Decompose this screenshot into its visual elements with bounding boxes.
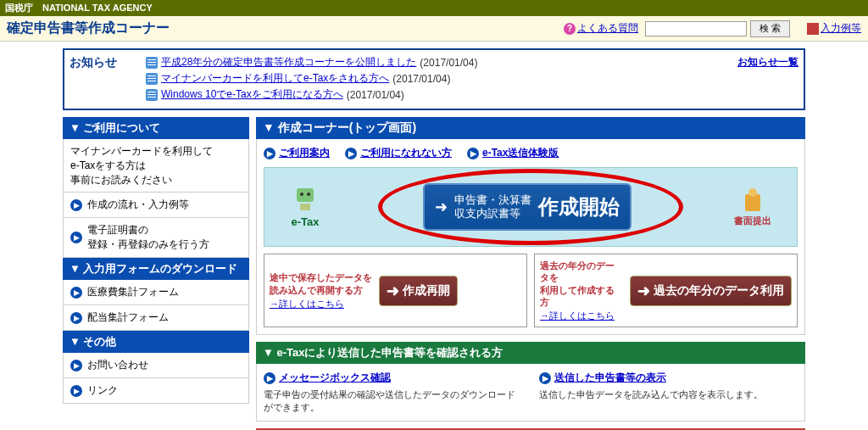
messagebox-link[interactable]: ▶メッセージボックス確認 bbox=[264, 371, 522, 385]
sent-docs-desc: 送信した申告データを読み込んで内容を表示します。 bbox=[539, 388, 798, 401]
sidebar-header-forms: 入力用フォームのダウンロード bbox=[63, 258, 249, 280]
search-button[interactable]: 検 索 bbox=[750, 20, 790, 37]
past-data-button[interactable]: ➜過去の年分のデータ利用 bbox=[630, 276, 792, 306]
header: 確定申告書等作成コーナー ? よくある質問 検 索 入力例等 bbox=[0, 16, 868, 42]
resume-detail-link[interactable]: →詳しくはこちら bbox=[270, 298, 372, 310]
arrow-icon: ▶ bbox=[264, 372, 275, 384]
arrow-right-icon: ➜ bbox=[387, 282, 399, 300]
sidebar-item-flow[interactable]: ▶作成の流れ・入力例等 bbox=[63, 193, 249, 218]
sidebar-item-contact[interactable]: ▶お問い合わせ bbox=[63, 353, 249, 378]
faq-link[interactable]: ? よくある質問 bbox=[564, 21, 638, 36]
notice-item: Windows 10でe-Taxをご利用になる方へ(2017/01/04) bbox=[146, 87, 737, 102]
etax-confirm-header: e-Taxにより送信した申告書等を確認される方 bbox=[256, 342, 805, 364]
arrow-icon: ▶ bbox=[70, 360, 82, 371]
resume-box-past: 過去の年分のデータを利用して作成する方→詳しくはこちら ➜過去の年分のデータ利用 bbox=[534, 254, 798, 327]
svg-rect-3 bbox=[300, 204, 310, 210]
notice-link[interactable]: Windows 10でe-Taxをご利用になる方へ bbox=[161, 87, 343, 102]
quick-link-unavailable[interactable]: ▶ご利用になれない方 bbox=[345, 146, 452, 160]
sidebar-item-dividend[interactable]: ▶配当集計フォーム bbox=[63, 305, 249, 331]
etax-mascot: e-Tax bbox=[290, 187, 320, 228]
sent-docs-link[interactable]: ▶送信した申告書等の表示 bbox=[539, 371, 798, 385]
agency-bar: 国税庁 NATIONAL TAX AGENCY bbox=[0, 0, 868, 16]
sidebar-item-links[interactable]: ▶リンク bbox=[63, 378, 249, 404]
arrow-icon: ▶ bbox=[467, 148, 479, 159]
arrow-icon: ▶ bbox=[70, 232, 82, 243]
quick-links: ▶ご利用案内 ▶ご利用になれない方 ▶e-Tax送信体験版 bbox=[264, 146, 798, 160]
sidebar-header-other: その他 bbox=[63, 331, 249, 353]
resume-box-saved: 途中で保存したデータを読み込んで再開する方→詳しくはこちら ➜作成再開 bbox=[264, 254, 527, 327]
quick-link-trial[interactable]: ▶e-Tax送信体験版 bbox=[467, 146, 559, 160]
arrow-right-icon: ➜ bbox=[435, 198, 448, 216]
page-icon bbox=[146, 57, 158, 69]
arrow-icon: ▶ bbox=[539, 372, 551, 384]
page-icon bbox=[146, 89, 158, 101]
book-icon bbox=[807, 23, 819, 35]
start-create-button[interactable]: ➜ 申告書・決算書収支内訳書等 作成開始 bbox=[423, 183, 632, 231]
svg-point-5 bbox=[748, 188, 757, 197]
main: 作成コーナー(トップ画面) ▶ご利用案内 ▶ご利用になれない方 ▶e-Tax送信… bbox=[256, 117, 805, 430]
page-title: 確定申告書等作成コーナー bbox=[7, 20, 564, 37]
quick-link-guide[interactable]: ▶ご利用案内 bbox=[264, 146, 330, 160]
sidebar-header-usage: ご利用について bbox=[63, 117, 249, 139]
notice-link[interactable]: マイナンバーカードを利用してe-Taxをされる方へ bbox=[161, 71, 389, 86]
arrow-icon: ▶ bbox=[264, 148, 275, 159]
sidebar-item-medical[interactable]: ▶医療費集計フォーム bbox=[63, 280, 249, 305]
notice-list: 平成28年分の確定申告書等作成コーナーを公開しました(2017/01/04) マ… bbox=[146, 55, 737, 103]
arrow-icon: ▶ bbox=[345, 148, 357, 159]
arrow-icon: ▶ bbox=[70, 385, 82, 397]
examples-link[interactable]: 入力例等 bbox=[807, 21, 861, 36]
etax-confirm-body: ▶メッセージボックス確認 電子申告の受付結果の確認や送信したデータのダウンロード… bbox=[256, 364, 805, 422]
svg-point-2 bbox=[307, 193, 310, 196]
sidebar-item-cert[interactable]: ▶電子証明書の登録・再登録のみを行う方 bbox=[63, 218, 249, 258]
arrow-icon: ▶ bbox=[70, 199, 82, 211]
resume-button[interactable]: ➜作成再開 bbox=[379, 276, 458, 306]
notice-link[interactable]: 平成28年分の確定申告書等作成コーナーを公開しました bbox=[161, 55, 416, 70]
notice-box: お知らせ 平成28年分の確定申告書等作成コーナーを公開しました(2017/01/… bbox=[63, 48, 805, 110]
arrow-right-icon: ➜ bbox=[637, 282, 650, 300]
arrow-icon: ▶ bbox=[70, 312, 82, 324]
notice-item: 平成28年分の確定申告書等作成コーナーを公開しました(2017/01/04) bbox=[146, 55, 737, 70]
notice-item: マイナンバーカードを利用してe-Taxをされる方へ(2017/01/04) bbox=[146, 71, 737, 86]
main-header: 作成コーナー(トップ画面) bbox=[256, 117, 805, 139]
help-icon: ? bbox=[564, 23, 576, 35]
notice-all-link[interactable]: お知らせ一覧 bbox=[737, 55, 798, 70]
submit-mascot: 書面提出 bbox=[734, 187, 771, 227]
svg-point-1 bbox=[300, 193, 303, 196]
past-detail-link[interactable]: →詳しくはこちら bbox=[540, 310, 623, 321]
svg-rect-0 bbox=[297, 188, 314, 202]
sidebar: ご利用について マイナンバーカードを利用してe-Taxをする方は事前にお読みくだ… bbox=[63, 117, 249, 430]
arrow-icon: ▶ bbox=[70, 287, 82, 299]
search-input[interactable] bbox=[645, 21, 747, 36]
notice-title: お知らせ bbox=[70, 55, 146, 70]
resume-row: 途中で保存したデータを読み込んで再開する方→詳しくはこちら ➜作成再開 過去の年… bbox=[264, 254, 798, 327]
start-area: e-Tax ➜ 申告書・決算書収支内訳書等 作成開始 書面提出 bbox=[264, 167, 798, 247]
page-icon bbox=[146, 73, 158, 85]
messagebox-desc: 電子申告の受付結果の確認や送信したデータのダウンロードができます。 bbox=[264, 388, 522, 414]
sidebar-note-mynumber: マイナンバーカードを利用してe-Taxをする方は事前にお読みください bbox=[63, 139, 249, 193]
